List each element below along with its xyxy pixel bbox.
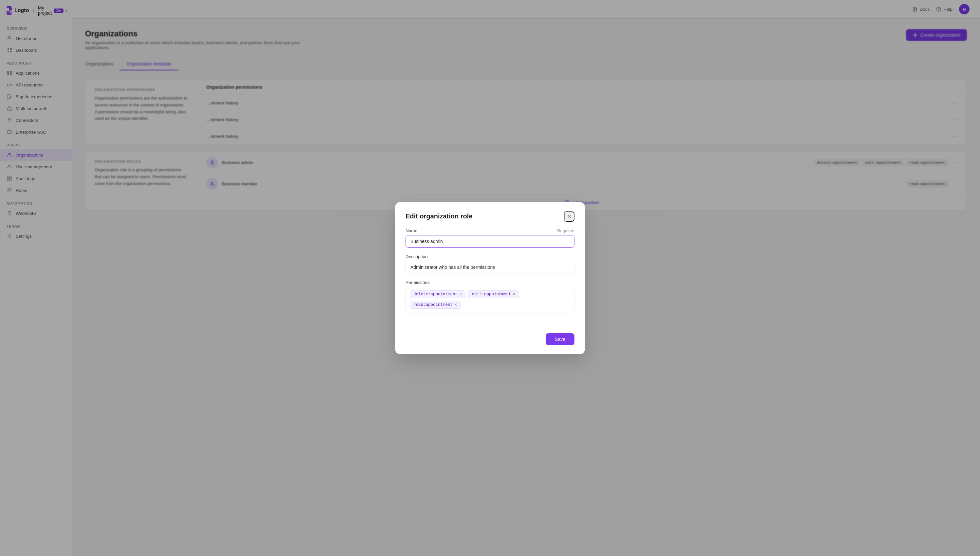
description-field-group: Description xyxy=(406,254,574,273)
name-label-row: Name Required xyxy=(406,228,574,233)
edit-organization-role-modal: Edit organization role ✕ Name Required xyxy=(395,202,585,354)
modal-title: Edit organization role xyxy=(406,213,472,220)
remove-permission-button[interactable]: × xyxy=(459,292,462,297)
permissions-label: Permissions xyxy=(406,280,430,285)
permissions-field-group: Permissions delete:appointment × edit:ap… xyxy=(406,280,574,312)
permissions-label-row: Permissions xyxy=(406,280,574,285)
modal-overlay: Edit organization role ✕ Name Required xyxy=(72,0,980,556)
name-field-group: Name Required xyxy=(406,228,574,247)
main-content: Docs Help N Organizations An organizatio… xyxy=(72,0,980,556)
permission-chip-label: delete:appointment xyxy=(413,292,458,297)
name-label: Name xyxy=(406,228,417,233)
permission-chip-delete: delete:appointment × xyxy=(410,291,466,298)
permissions-tags-area[interactable]: delete:appointment × edit:appointment × … xyxy=(406,287,574,312)
modal-header: Edit organization role ✕ xyxy=(395,202,585,228)
remove-permission-button[interactable]: × xyxy=(513,292,515,297)
remove-permission-button[interactable]: × xyxy=(455,302,457,307)
save-button[interactable]: Save xyxy=(546,333,574,345)
description-input[interactable] xyxy=(406,261,574,273)
modal-body: Name Required Description xyxy=(395,228,585,328)
permission-chip-edit: edit:appointment × xyxy=(468,291,519,298)
name-input[interactable] xyxy=(406,235,574,247)
name-required: Required xyxy=(557,228,574,233)
close-icon: ✕ xyxy=(567,213,572,220)
description-label: Description xyxy=(406,254,428,259)
permission-chip-label: read:appointment xyxy=(413,302,453,307)
permission-chip-read: read:appointment × xyxy=(410,301,461,309)
description-label-row: Description xyxy=(406,254,574,259)
permission-chip-label: edit:appointment xyxy=(472,292,511,297)
modal-footer: Save xyxy=(395,328,585,354)
modal-close-button[interactable]: ✕ xyxy=(564,211,574,222)
